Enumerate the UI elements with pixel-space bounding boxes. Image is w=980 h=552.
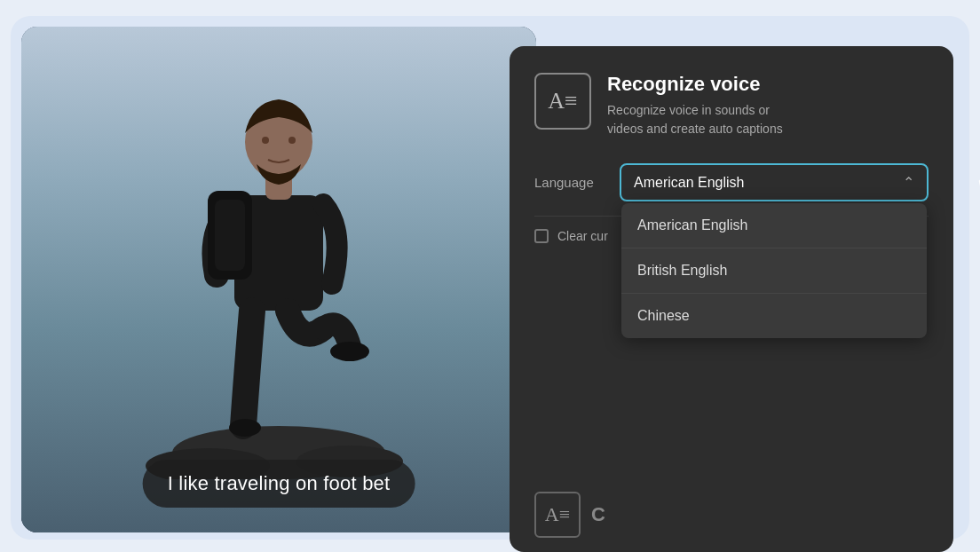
person-image [137, 53, 421, 479]
caption-text: I like traveling on foot bet [168, 472, 391, 494]
dropdown-item-chinese[interactable]: Chinese [621, 294, 927, 338]
bottom-text: C [591, 503, 605, 526]
panel-header: A≡ Recognize voice Recognize voice in so… [534, 73, 929, 138]
caption-bar: I like traveling on foot bet [143, 460, 415, 508]
recognize-voice-icon: A≡ [534, 73, 591, 130]
clear-checkbox[interactable] [534, 229, 549, 243]
video-card: I like traveling on foot bet [21, 27, 536, 532]
bottom-strip: A≡ C [534, 492, 929, 538]
checkbox-label: Clear cur [557, 229, 608, 243]
recognize-voice-panel: A≡ Recognize voice Recognize voice in so… [510, 46, 953, 552]
panel-title-block: Recognize voice Recognize voice in sound… [607, 73, 929, 138]
svg-point-7 [330, 342, 369, 361]
panel-title: Recognize voice [607, 73, 929, 96]
svg-point-10 [262, 137, 269, 144]
panel-subtitle: Recognize voice in sounds or videos and … [607, 101, 929, 138]
language-dropdown: American English British English Chinese [621, 203, 927, 338]
bottom-icon-text: A≡ [545, 503, 570, 526]
video-placeholder: I like traveling on foot bet [21, 27, 536, 532]
icon-text: A≡ [548, 88, 577, 114]
svg-point-6 [229, 419, 261, 437]
selected-language-text: American English [634, 175, 745, 191]
language-select-wrapper: American English ⌃ American English Brit… [620, 163, 929, 201]
svg-point-11 [288, 137, 296, 144]
language-label: Language [534, 175, 605, 190]
dropdown-item-american-english[interactable]: American English [621, 203, 927, 248]
bottom-icon: A≡ [534, 492, 581, 538]
language-row: Language American English ⌃ American Eng… [534, 163, 929, 201]
chevron-up-icon: ⌃ [903, 174, 914, 191]
language-select[interactable]: American English ⌃ American English Brit… [620, 163, 929, 201]
svg-rect-5 [215, 200, 245, 271]
dropdown-item-british-english[interactable]: British English [621, 248, 927, 294]
